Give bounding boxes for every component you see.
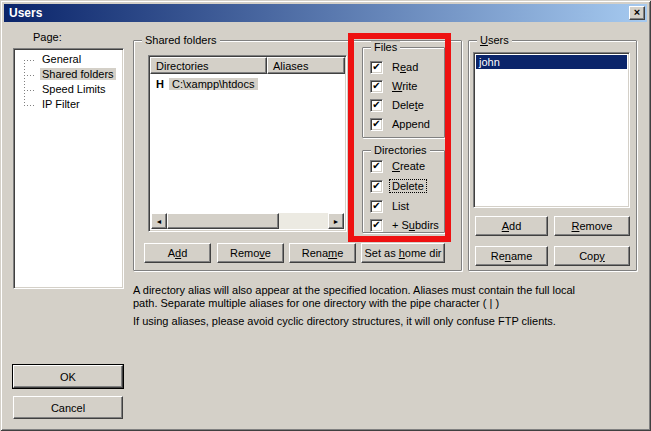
page-label: Page: [33, 31, 62, 43]
checkbox-files-read[interactable]: ✔ Read [370, 60, 420, 74]
users-group-label: Users [477, 34, 512, 47]
add-user-button[interactable]: Add [475, 216, 548, 236]
check-icon: ✔ [372, 181, 380, 191]
checkbox-box: ✔ [370, 160, 383, 173]
tree-item-shared-folders[interactable]: Shared folders [16, 67, 121, 82]
check-icon: ✔ [372, 62, 380, 72]
title-bar[interactable]: Users × [4, 4, 647, 22]
directory-path: C:\xampp\htdocs [169, 78, 258, 90]
tree-item-speed-limits[interactable]: Speed Limits [16, 82, 121, 97]
checkbox-box: ✔ [370, 61, 383, 74]
shared-folders-group-label: Shared folders [142, 34, 220, 47]
tree-item-ip-filter[interactable]: IP Filter [16, 97, 121, 112]
directories-group: Directories ✔ Create ✔ Delete ✔ List ✔ +… [362, 150, 445, 233]
alias-note-line1: A directory alias will also appear at th… [133, 284, 575, 297]
checkbox-box: ✔ [370, 80, 383, 93]
horizontal-scrollbar[interactable]: ◄ ► [151, 213, 344, 229]
checkbox-box: ✔ [370, 99, 383, 112]
directories-group-label: Directories [371, 144, 430, 157]
check-icon: ✔ [372, 201, 380, 211]
checkbox-files-write[interactable]: ✔ Write [370, 79, 419, 93]
column-header-directories[interactable]: Directories [150, 57, 267, 74]
list-header: Directories Aliases [150, 57, 345, 74]
close-icon[interactable]: × [629, 6, 645, 20]
checkbox-files-append[interactable]: ✔ Append [370, 117, 432, 131]
checkbox-box: ✔ [370, 118, 383, 131]
remove-directory-button[interactable]: Remove [217, 243, 284, 263]
rename-directory-button[interactable]: Rename [289, 243, 356, 263]
users-dialog: Users × Page: General Shared folders Spe… [0, 0, 651, 431]
scroll-right-icon[interactable]: ► [328, 213, 344, 229]
page-tree: General Shared folders Speed Limits IP F… [13, 48, 124, 289]
home-marker: H [156, 78, 164, 90]
checkbox-box: ✔ [370, 219, 383, 232]
checkbox-box: ✔ [370, 200, 383, 213]
copy-user-button[interactable]: Copy [554, 246, 630, 266]
set-as-home-dir-button[interactable]: Set as home dir [361, 243, 445, 263]
add-directory-button[interactable]: Add [144, 243, 211, 263]
remove-user-button[interactable]: Remove [554, 216, 630, 236]
checkbox-files-delete[interactable]: ✔ Delete [370, 98, 426, 112]
check-icon: ✔ [372, 119, 380, 129]
user-list-item[interactable]: john [476, 55, 627, 69]
directory-row[interactable]: H C:\xampp\htdocs [150, 76, 345, 91]
scrollbar-thumb[interactable] [167, 213, 279, 229]
check-icon: ✔ [372, 81, 380, 91]
files-group: Files ✔ Read ✔ Write ✔ Delete ✔ Append [362, 47, 445, 138]
alias-note-line2: path. Separate multiple aliases for one … [133, 297, 499, 310]
tree-item-general[interactable]: General [16, 52, 121, 67]
column-header-aliases[interactable]: Aliases [267, 57, 345, 74]
files-group-label: Files [371, 41, 400, 54]
users-list[interactable]: john [473, 52, 630, 208]
cyclic-note: If using aliases, please avoid cyclic di… [133, 315, 556, 328]
checkbox-dirs-delete[interactable]: ✔ Delete [370, 179, 426, 193]
checkbox-dirs-list[interactable]: ✔ List [370, 199, 411, 213]
window-title: Users [9, 6, 42, 20]
check-icon: ✔ [372, 220, 380, 230]
scrollbar-track[interactable] [279, 213, 328, 229]
ok-button[interactable]: OK [13, 365, 123, 388]
checkbox-dirs-subdirs[interactable]: ✔ + Subdirs [370, 218, 441, 232]
checkbox-dirs-create[interactable]: ✔ Create [370, 159, 427, 173]
scroll-left-icon[interactable]: ◄ [151, 213, 167, 229]
check-icon: ✔ [372, 100, 380, 110]
checkbox-box: ✔ [370, 180, 383, 193]
rename-user-button[interactable]: Rename [475, 246, 548, 266]
cancel-button[interactable]: Cancel [13, 396, 123, 419]
check-icon: ✔ [372, 161, 380, 171]
directories-list: Directories Aliases H C:\xampp\htdocs ◄ … [148, 55, 347, 232]
